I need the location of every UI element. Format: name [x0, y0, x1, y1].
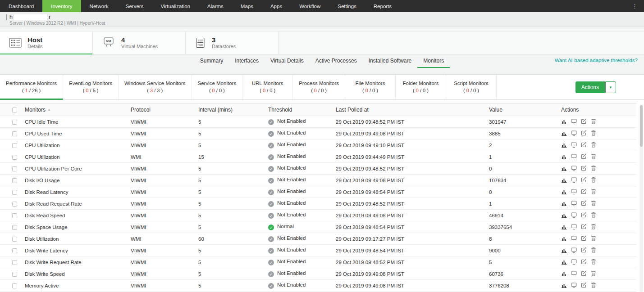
monitor-display-icon[interactable] [571, 189, 577, 194]
row-checkbox[interactable] [12, 166, 17, 171]
edit-icon[interactable] [581, 247, 587, 253]
row-checkbox[interactable] [12, 272, 17, 277]
monitor-name[interactable]: Disk Read Request Rate [25, 201, 82, 207]
delete-icon[interactable] [591, 118, 596, 124]
graph-icon[interactable] [561, 165, 567, 171]
edit-icon[interactable] [581, 212, 587, 218]
edit-icon[interactable] [581, 130, 587, 136]
monitor-name[interactable]: Memory Active [25, 283, 59, 288]
row-checkbox[interactable] [12, 190, 17, 195]
monitor-display-icon[interactable] [571, 165, 577, 171]
chevron-down-icon[interactable]: ▼ [605, 81, 616, 93]
graph-icon[interactable] [561, 142, 567, 148]
row-checkbox[interactable] [12, 155, 17, 160]
monitor-display-icon[interactable] [571, 130, 577, 136]
graph-icon[interactable] [561, 282, 567, 288]
subtab[interactable]: Interfaces [229, 54, 265, 68]
monitor-name[interactable]: CPU Used Time [25, 131, 62, 136]
monitor-name[interactable]: Disk Write Latency [25, 248, 68, 253]
delete-icon[interactable] [591, 224, 596, 229]
monitor-name[interactable]: Disk Write Speed [25, 271, 65, 277]
delete-icon[interactable] [591, 212, 596, 218]
row-checkbox[interactable] [12, 237, 17, 242]
ai-thresholds-link[interactable]: Want AI-based adaptive thresholds? [555, 58, 638, 63]
monitor-name[interactable]: CPU Utilization [25, 154, 59, 160]
monitor-display-icon[interactable] [571, 282, 577, 288]
actions-button[interactable]: Actions [575, 81, 605, 93]
subtab[interactable]: Virtual Details [265, 54, 310, 68]
row-checkbox[interactable] [12, 131, 17, 136]
monitor-display-icon[interactable] [571, 177, 577, 183]
graph-icon[interactable] [561, 189, 567, 194]
delete-icon[interactable] [591, 282, 596, 288]
monitor-category-tab[interactable]: Process Monitors ( 0 / 0 ) [293, 75, 345, 99]
edit-icon[interactable] [581, 177, 587, 183]
subtab[interactable]: Active Processes [310, 54, 363, 68]
row-checkbox[interactable] [12, 283, 17, 288]
graph-icon[interactable] [561, 212, 567, 218]
top-nav-item[interactable]: Reports [365, 0, 400, 12]
edit-icon[interactable] [581, 165, 587, 171]
monitor-category-tab[interactable]: Script Monitors ( 0 / 0 ) [446, 75, 497, 99]
top-nav-item[interactable]: Settings [329, 0, 365, 12]
select-all-checkbox[interactable] [12, 108, 17, 112]
row-checkbox[interactable] [12, 202, 17, 207]
monitor-category-tab[interactable]: Folder Monitors ( 0 / 0 ) [396, 75, 446, 99]
subtab[interactable]: Summary [194, 54, 229, 68]
graph-icon[interactable] [561, 235, 567, 241]
delete-icon[interactable] [591, 130, 596, 136]
edit-icon[interactable] [581, 270, 587, 276]
vertical-dots-icon[interactable]: ⋮ [626, 0, 644, 12]
row-checkbox[interactable] [12, 225, 17, 230]
delete-icon[interactable] [591, 189, 596, 194]
row-checkbox[interactable] [12, 260, 17, 265]
monitor-display-icon[interactable] [571, 212, 577, 218]
monitor-category-tab[interactable]: EventLog Monitors ( 0 / 5 ) [63, 75, 119, 99]
delete-icon[interactable] [591, 200, 596, 206]
monitor-name[interactable]: Disk Read Speed [25, 213, 65, 218]
graph-icon[interactable] [561, 247, 567, 253]
graph-icon[interactable] [561, 270, 567, 276]
col-header-monitors[interactable]: Monitors▲ [23, 104, 128, 116]
monitor-name[interactable]: CPU Utilization [25, 143, 59, 148]
row-checkbox[interactable] [12, 213, 17, 218]
edit-icon[interactable] [581, 189, 587, 194]
delete-icon[interactable] [591, 247, 596, 253]
top-nav-item[interactable]: Network [81, 0, 117, 12]
monitor-name[interactable]: Disk Read Latency [25, 189, 69, 195]
graph-icon[interactable] [561, 177, 567, 183]
delete-icon[interactable] [591, 142, 596, 148]
row-checkbox[interactable] [12, 120, 17, 125]
monitor-display-icon[interactable] [571, 224, 577, 229]
monitor-display-icon[interactable] [571, 142, 577, 148]
edit-icon[interactable] [581, 200, 587, 206]
monitor-name[interactable]: Disk Utilization [25, 236, 59, 242]
top-nav-item[interactable]: Dashboard [0, 0, 42, 12]
monitor-category-tab[interactable]: File Monitors ( 0 / 0 ) [345, 75, 396, 99]
graph-icon[interactable] [561, 259, 567, 265]
card-host-details[interactable]: Host Details [0, 31, 93, 54]
delete-icon[interactable] [591, 235, 596, 241]
edit-icon[interactable] [581, 118, 587, 124]
card-virtual-machines[interactable]: VM 4 Virtual Machines [93, 31, 186, 54]
monitor-name[interactable]: Disk Write Request Rate [25, 260, 82, 265]
graph-icon[interactable] [561, 224, 567, 229]
monitor-display-icon[interactable] [571, 118, 577, 124]
graph-icon[interactable] [561, 200, 567, 206]
edit-icon[interactable] [581, 235, 587, 241]
card-datastores[interactable]: SSD HDD 3 Datastores [186, 31, 279, 54]
delete-icon[interactable] [591, 165, 596, 171]
graph-icon[interactable] [561, 153, 567, 159]
delete-icon[interactable] [591, 153, 596, 159]
top-nav-item[interactable]: Alarms [199, 0, 232, 12]
top-nav-item[interactable]: Workflow [291, 0, 329, 12]
graph-icon[interactable] [561, 118, 567, 124]
delete-icon[interactable] [591, 270, 596, 276]
monitor-category-tab[interactable]: URL Monitors ( 0 / 0 ) [242, 75, 293, 99]
monitor-display-icon[interactable] [571, 200, 577, 206]
row-checkbox[interactable] [12, 143, 17, 148]
monitor-display-icon[interactable] [571, 259, 577, 265]
top-nav-item[interactable]: Apps [262, 0, 291, 12]
scrollbar-thumb[interactable] [640, 105, 643, 147]
edit-icon[interactable] [581, 142, 587, 148]
